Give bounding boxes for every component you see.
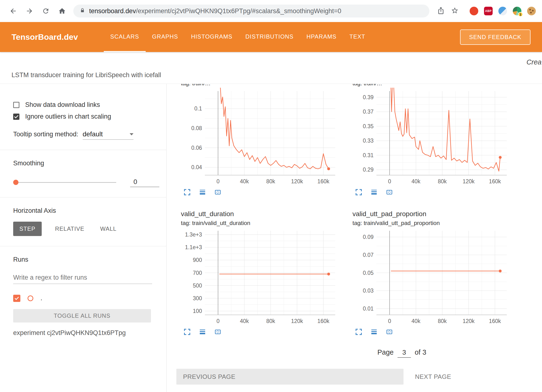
pagination: Page of 3 bbox=[377, 348, 542, 358]
log-scale-icon[interactable] bbox=[369, 327, 379, 337]
next-page-button[interactable]: NEXT PAGE bbox=[415, 373, 451, 380]
svg-text:40k: 40k bbox=[411, 178, 421, 184]
abp-extension-icon[interactable]: ABP bbox=[484, 7, 493, 15]
page-number-input[interactable] bbox=[398, 349, 411, 358]
experiment-caption: experiment cj2vtPiwQHKN9Q1tx6PTpg bbox=[13, 329, 166, 337]
subheader: Crea LSTM transducer training for LibriS… bbox=[0, 52, 542, 84]
run-checkbox-icon[interactable] bbox=[13, 295, 20, 302]
ignore-outliers-label: Ignore outliers in chart scaling bbox=[25, 113, 111, 120]
home-icon[interactable] bbox=[55, 4, 69, 18]
scalar-chart[interactable]: 040k80k120k160k0.040.060.080.1 bbox=[181, 88, 339, 187]
tab-graphs[interactable]: GRAPHS bbox=[146, 22, 185, 52]
chart-title: valid_utt_duration bbox=[181, 210, 339, 218]
svg-text:900: 900 bbox=[193, 257, 202, 263]
previous-page-button[interactable]: PREVIOUS PAGE bbox=[176, 369, 404, 385]
smoothing-slider[interactable] bbox=[13, 180, 116, 185]
url-path: /experiment/cj2vtPiwQHKN9Q1tx6PTpg/#scal… bbox=[136, 7, 341, 15]
svg-text:0.33: 0.33 bbox=[363, 138, 374, 144]
share-icon[interactable] bbox=[437, 7, 445, 15]
horizontal-axis-label: Horizontal Axis bbox=[13, 207, 166, 214]
smoothing-slider-thumb[interactable] bbox=[13, 180, 18, 185]
lock-icon[interactable] bbox=[80, 8, 85, 14]
chart-card-valid-utt-duration: valid_utt_duration tag: train/valid_utt_… bbox=[181, 210, 339, 337]
fit-domain-icon[interactable] bbox=[385, 327, 394, 337]
svg-text:160k: 160k bbox=[489, 318, 501, 324]
tab-scalars[interactable]: SCALARS bbox=[104, 22, 145, 52]
svg-text:0: 0 bbox=[388, 178, 391, 184]
smoothing-value-input[interactable] bbox=[130, 178, 159, 187]
tab-distributions[interactable]: DISTRIBUTIONS bbox=[239, 22, 300, 52]
svg-text:0: 0 bbox=[217, 318, 220, 324]
brand-logo[interactable]: TensorBoard.dev bbox=[12, 22, 78, 52]
svg-text:0.09: 0.09 bbox=[363, 234, 374, 240]
runs-filter-input[interactable] bbox=[13, 273, 152, 284]
chart-card-valid-utt-pad-proportion: valid_utt_pad_proportion tag: train/vali… bbox=[352, 210, 511, 337]
fit-domain-icon[interactable] bbox=[213, 327, 223, 337]
tooltip-sorting-select[interactable]: default bbox=[83, 130, 133, 140]
ignore-outliers-checkbox[interactable]: Ignore outliers in chart scaling bbox=[13, 113, 166, 120]
axis-relative-button[interactable]: RELATIVE bbox=[53, 222, 87, 236]
svg-text:0: 0 bbox=[388, 318, 391, 324]
profile-avatar[interactable]: 1 bbox=[513, 7, 521, 15]
expand-chart-icon[interactable] bbox=[354, 188, 363, 197]
axis-wall-button[interactable]: WALL bbox=[98, 222, 119, 236]
url-host: tensorboard.dev bbox=[89, 7, 136, 15]
run-list-item[interactable]: . bbox=[13, 294, 166, 302]
toggle-all-runs-button[interactable]: TOGGLE ALL RUNS bbox=[13, 309, 151, 323]
settings-sidebar: Show data download links Ignore outliers… bbox=[0, 84, 167, 392]
tab-bar: SCALARS GRAPHS HISTOGRAMS DISTRIBUTIONS … bbox=[104, 22, 372, 52]
chart-title: valid_utt_pad_proportion bbox=[352, 210, 511, 218]
divider bbox=[0, 246, 167, 246]
svg-text:0.04: 0.04 bbox=[191, 164, 202, 170]
chart-tag: tag: train/… bbox=[352, 84, 511, 87]
runs-label: Runs bbox=[13, 256, 166, 263]
svg-text:500: 500 bbox=[193, 282, 202, 289]
tab-histograms[interactable]: HISTOGRAMS bbox=[185, 22, 239, 52]
send-feedback-button[interactable]: SEND FEEDBACK bbox=[460, 29, 530, 45]
svg-text:0.08: 0.08 bbox=[191, 125, 202, 131]
checkbox-unchecked-icon bbox=[13, 102, 19, 108]
svg-text:0.29: 0.29 bbox=[363, 167, 374, 173]
expand-chart-icon[interactable] bbox=[182, 188, 192, 197]
fit-domain-icon[interactable] bbox=[385, 188, 394, 197]
fit-domain-icon[interactable] bbox=[213, 188, 223, 197]
svg-text:0.07: 0.07 bbox=[363, 252, 374, 258]
clipped-right-text: Crea bbox=[526, 58, 542, 66]
chevron-down-icon bbox=[130, 133, 133, 135]
log-scale-icon[interactable] bbox=[369, 188, 379, 197]
scalar-chart[interactable]: 040k80k120k160k0.290.310.330.350.370.39 bbox=[352, 88, 511, 187]
chart-tag: tag: train/valid_utt_pad_proportion bbox=[352, 220, 511, 226]
svg-text:120k: 120k bbox=[463, 318, 475, 324]
expand-chart-icon[interactable] bbox=[354, 327, 363, 337]
slider-track bbox=[13, 182, 116, 183]
chart-tag: tag: train/valid_utt_duration bbox=[181, 220, 339, 226]
divider bbox=[0, 150, 167, 150]
svg-text:40k: 40k bbox=[240, 318, 249, 324]
svg-text:160k: 160k bbox=[317, 318, 329, 324]
svg-text:300: 300 bbox=[193, 295, 202, 301]
tab-text[interactable]: TEXT bbox=[343, 22, 372, 52]
cookie-extension-icon[interactable] bbox=[527, 7, 536, 15]
svg-text:0: 0 bbox=[217, 178, 220, 184]
adblock-extension-icon[interactable] bbox=[470, 7, 478, 15]
axis-step-button[interactable]: STEP bbox=[13, 222, 42, 236]
expand-chart-icon[interactable] bbox=[182, 327, 192, 337]
svg-text:120k: 120k bbox=[291, 318, 303, 324]
log-scale-icon[interactable] bbox=[198, 188, 207, 197]
svg-text:80k: 80k bbox=[438, 178, 447, 184]
address-bar[interactable]: tensorboard.dev/experiment/cj2vtPiwQHKN9… bbox=[73, 5, 429, 17]
avatar-badge: 1 bbox=[518, 12, 523, 17]
svg-text:0.35: 0.35 bbox=[363, 123, 374, 129]
back-icon[interactable] bbox=[6, 4, 20, 18]
show-download-links-checkbox[interactable]: Show data download links bbox=[13, 101, 166, 109]
log-scale-icon[interactable] bbox=[198, 327, 207, 337]
forward-icon[interactable] bbox=[23, 4, 36, 18]
refresh-icon[interactable] bbox=[39, 4, 53, 18]
blue-extension-icon[interactable] bbox=[498, 7, 507, 15]
scalar-chart[interactable]: 040k80k120k160k0.010.030.050.070.09 bbox=[352, 227, 511, 327]
svg-text:80k: 80k bbox=[438, 318, 447, 324]
tab-hparams[interactable]: HPARAMS bbox=[300, 22, 343, 52]
run-color-swatch-icon bbox=[28, 295, 33, 301]
bookmark-star-icon[interactable] bbox=[451, 7, 459, 15]
scalar-chart[interactable]: 040k80k120k160k1003005007009001.1e+31.3e… bbox=[181, 227, 339, 327]
